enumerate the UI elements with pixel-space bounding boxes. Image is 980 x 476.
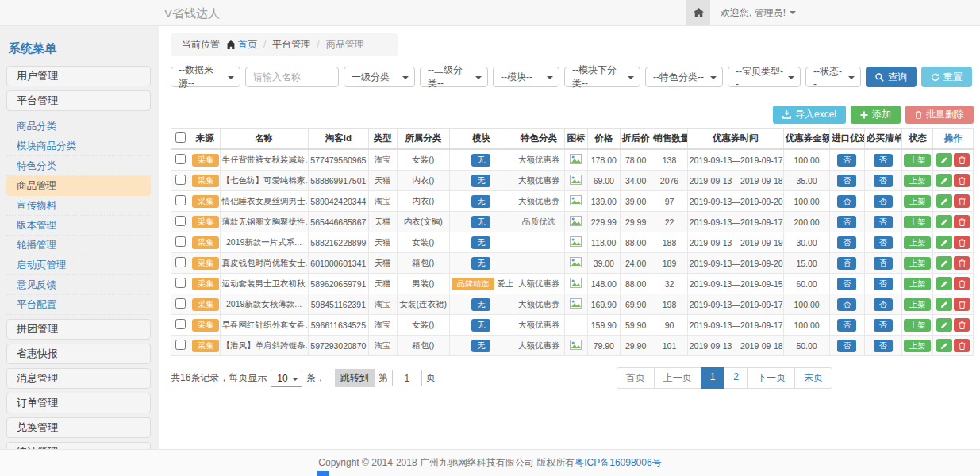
row-checkbox[interactable] [175,175,186,185]
filter-level2-category[interactable]: --二级分类-- [420,67,488,87]
row-checkbox[interactable] [175,298,186,309]
sidebar-item-user-mgmt[interactable]: 用户管理 [6,66,151,86]
import-select-badge[interactable]: 否 [837,278,856,290]
import-select-badge[interactable]: 否 [837,154,856,167]
sidebar-item-module-product-category[interactable]: 模块商品分类 [6,136,151,156]
must-buy-badge[interactable]: 否 [874,154,893,167]
delete-button[interactable] [954,277,970,290]
status-badge[interactable]: 上架 [904,195,931,208]
page-first[interactable]: 首页 [617,367,655,389]
sidebar-item-promo-material[interactable]: 宣传物料 [6,196,151,216]
must-buy-badge[interactable]: 否 [874,278,893,290]
status-badge[interactable]: 上架 [904,340,931,352]
edit-button[interactable] [936,215,952,228]
status-badge[interactable]: 上架 [904,236,931,249]
delete-button[interactable] [954,256,970,270]
filter-status[interactable]: --状态-- [805,67,861,87]
import-select-badge[interactable]: 否 [837,216,856,228]
breadcrumb-home-link[interactable]: 首页 [238,39,257,50]
status-badge[interactable]: 上架 [904,257,931,270]
row-checkbox[interactable] [175,278,186,288]
home-button[interactable] [686,0,710,25]
delete-button[interactable] [954,174,970,187]
batch-delete-button[interactable]: 批量删除 [905,106,974,124]
sidebar-item-savings-news[interactable]: 省惠快报 [6,344,151,364]
import-select-badge[interactable]: 否 [837,319,856,332]
sidebar-item-message-mgmt[interactable]: 消息管理 [6,368,151,389]
user-menu[interactable]: 欢迎您, 管理员! [721,6,796,20]
delete-button[interactable] [954,298,970,311]
icp-link[interactable]: 粤ICP备16098006号 [575,457,661,468]
import-select-badge[interactable]: 否 [837,236,856,249]
delete-button[interactable] [954,339,970,352]
reset-button[interactable]: 重置 [921,67,972,87]
per-page-select[interactable]: 10 [271,370,302,387]
import-select-badge[interactable]: 否 [837,340,856,352]
import-select-badge[interactable]: 否 [837,298,856,311]
row-checkbox[interactable] [175,257,186,267]
import-select-badge[interactable]: 否 [837,257,856,270]
sidebar-item-feature-category[interactable]: 特色分类 [6,156,151,176]
sidebar-item-exchange-mgmt[interactable]: 兑换管理 [6,417,151,438]
edit-button[interactable] [936,339,952,352]
status-badge[interactable]: 上架 [904,175,931,187]
must-buy-badge[interactable]: 否 [874,175,893,187]
filter-level1-category[interactable]: 一级分类 [344,67,415,87]
delete-button[interactable] [954,236,970,249]
edit-button[interactable] [936,318,952,332]
filter-name-input[interactable] [245,67,339,87]
import-select-badge[interactable]: 否 [837,195,856,208]
page-prev[interactable]: 上一页 [654,367,701,389]
sidebar-item-product-category[interactable]: 商品分类 [6,117,151,136]
edit-button[interactable] [936,236,952,249]
sidebar-item-feedback[interactable]: 意见反馈 [6,275,151,295]
delete-button[interactable] [954,318,970,332]
edit-button[interactable] [936,194,952,208]
sidebar-item-order-mgmt[interactable]: 订单管理 [6,393,151,413]
filter-module-subcategory[interactable]: --模块下分类-- [564,67,640,87]
must-buy-badge[interactable]: 否 [874,257,893,270]
select-all-checkbox[interactable] [175,132,186,143]
sidebar-item-stats-mgmt[interactable]: 统计管理 [6,442,151,449]
sidebar-item-version-mgmt[interactable]: 版本管理 [6,216,151,236]
jump-button[interactable]: 跳转到 [335,369,375,387]
filter-item-type[interactable]: --宝贝类型-- [728,67,801,87]
sidebar-item-product-mgmt[interactable]: 商品管理 [6,176,151,196]
status-badge[interactable]: 上架 [904,298,931,311]
search-button[interactable]: 查询 [866,67,917,87]
page-last[interactable]: 末页 [794,367,832,389]
row-checkbox[interactable] [175,195,186,205]
row-checkbox[interactable] [175,319,186,329]
filter-feature-category[interactable]: --特色分类-- [645,67,723,87]
status-badge[interactable]: 上架 [904,278,931,290]
import-excel-button[interactable]: 导入excel [773,106,846,124]
status-badge[interactable]: 上架 [904,319,931,332]
page-next[interactable]: 下一页 [747,367,795,389]
row-checkbox[interactable] [175,236,186,247]
must-buy-badge[interactable]: 否 [874,236,893,249]
must-buy-badge[interactable]: 否 [874,216,893,228]
edit-button[interactable] [936,153,952,167]
page-1[interactable]: 1 [701,367,725,389]
edit-button[interactable] [936,298,952,311]
jump-page-input[interactable] [392,370,422,386]
sidebar-item-platform-config[interactable]: 平台配置 [6,295,151,315]
filter-module[interactable]: --模块-- [493,67,559,87]
sidebar-item-platform-mgmt[interactable]: 平台管理 [6,90,151,111]
delete-button[interactable] [954,194,970,208]
import-select-badge[interactable]: 否 [837,175,856,187]
status-badge[interactable]: 上架 [904,216,931,228]
row-checkbox[interactable] [175,154,186,164]
page-2[interactable]: 2 [724,367,748,389]
row-checkbox[interactable] [175,340,186,350]
row-checkbox[interactable] [175,216,186,226]
delete-button[interactable] [954,153,970,167]
delete-button[interactable] [954,215,970,228]
sidebar-item-carousel-mgmt[interactable]: 轮播管理 [6,236,151,255]
add-button[interactable]: 添加 [851,106,901,124]
edit-button[interactable] [936,174,952,187]
must-buy-badge[interactable]: 否 [874,298,893,311]
must-buy-badge[interactable]: 否 [874,319,893,332]
sidebar-item-splash-mgmt[interactable]: 启动页管理 [6,255,151,275]
edit-button[interactable] [936,256,952,270]
